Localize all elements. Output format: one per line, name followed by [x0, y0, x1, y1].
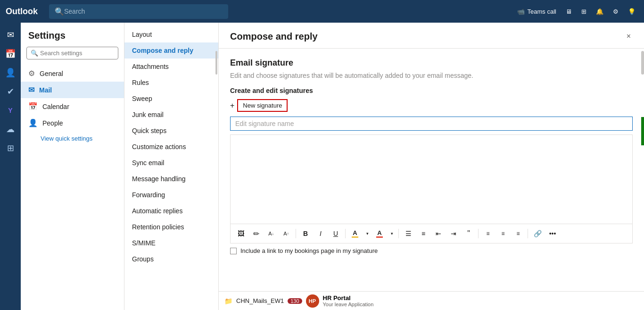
search-icon: 🔍 [55, 7, 64, 16]
nav-tasks[interactable]: ✔ [2, 83, 19, 100]
menu-item-smime[interactable]: S/MIME [124, 235, 218, 251]
dialog-header: Compose and reply × [219, 23, 644, 49]
sender-initials: HP [309, 298, 316, 304]
align-center-btn[interactable]: ≡ [496, 227, 510, 240]
quote-btn[interactable]: " [462, 227, 475, 240]
icon-sidebar: ✉ 📅 👤 ✔ Y ☁ ⊞ [0, 23, 21, 310]
sidebar-item-people-label: People [42, 119, 63, 127]
booking-row: Include a link to my bookings page in my… [230, 247, 633, 254]
toolbar-divider-2 [345, 229, 346, 238]
signature-editor[interactable] [231, 135, 632, 220]
italic-btn[interactable]: I [314, 227, 327, 240]
grid-icon: ⊞ [581, 8, 586, 15]
menu-item-forwarding[interactable]: Forwarding [124, 187, 218, 203]
people-icon: 👤 [28, 118, 38, 127]
menu-item-quicksteps[interactable]: Quick steps [124, 123, 218, 139]
search-input[interactable] [64, 8, 223, 15]
search-icon: 🔍 [31, 50, 38, 57]
font-size-down-btn[interactable]: A↓ [264, 227, 278, 240]
menu-item-sync[interactable]: Sync email [124, 155, 218, 171]
tips-btn[interactable]: 💡 [625, 5, 638, 18]
sidebar-item-people[interactable]: 👤 People [21, 115, 124, 131]
highlight-color-bar [352, 236, 358, 238]
settings-search-input[interactable] [40, 50, 114, 57]
menu-item-attachments[interactable]: Attachments [124, 59, 218, 75]
signature-toolbar: 🖼 ✏ A↓ A↑ B I U A ▾ [231, 224, 632, 243]
app-logo: Outlook [6, 7, 38, 17]
highlight-pen-btn[interactable]: ✏ [249, 227, 263, 240]
numbered-list-btn[interactable]: ≡ [417, 227, 430, 240]
bulb-icon: 💡 [628, 8, 636, 15]
booking-checkbox[interactable] [230, 248, 237, 254]
font-size-up-btn[interactable]: A↑ [280, 227, 293, 240]
menu-item-retention[interactable]: Retention policies [124, 219, 218, 235]
dropdown-font-color-btn[interactable]: ▾ [388, 227, 396, 240]
dialog-title: Compose and reply [230, 31, 318, 42]
bullet-list-btn[interactable]: ☰ [402, 227, 415, 240]
sidebar-item-general-label: General [40, 70, 63, 77]
nav-onedrive[interactable]: ☁ [2, 121, 19, 138]
email-signature-title: Email signature [230, 58, 633, 68]
menu-item-groups[interactable]: Groups [124, 251, 218, 267]
nav-people[interactable]: 👤 [2, 64, 19, 81]
nav-yammer[interactable]: Y [2, 102, 19, 119]
topbar-search-container[interactable]: 🔍 [49, 4, 228, 19]
sender-avatar: HP [306, 294, 319, 308]
settings-search-container[interactable]: 🔍 [26, 47, 118, 59]
more-options-btn[interactable]: ••• [546, 227, 559, 240]
font-color-btn[interactable]: A [373, 227, 386, 240]
insert-image-btn[interactable]: 🖼 [234, 227, 248, 240]
dropdown-highlight-btn[interactable]: ▾ [363, 227, 371, 240]
bell-icon: 🔔 [596, 8, 603, 15]
sidebar-item-general[interactable]: ⚙ General [21, 65, 124, 82]
nav-calendar[interactable]: 📅 [2, 45, 19, 62]
nav-mail[interactable]: ✉ [2, 26, 19, 43]
menu-item-sweep[interactable]: Sweep [124, 91, 218, 107]
mail-icon: ✉ [28, 85, 34, 94]
new-signature-row: + New signature [230, 99, 633, 112]
font-highlight-btn[interactable]: A [348, 227, 362, 240]
increase-indent-btn[interactable]: ⇥ [447, 227, 460, 240]
font-color-label: A [377, 230, 381, 236]
settings-btn[interactable]: ⚙ [610, 5, 621, 18]
menu-item-message-handling[interactable]: Message handling [124, 171, 218, 187]
bottom-bar: 📁 CHN_Mails_EW1 130 HP HR Portal Your le… [219, 291, 644, 310]
close-button[interactable]: × [625, 30, 633, 42]
plus-icon: + [230, 101, 234, 110]
view-quick-settings-link[interactable]: View quick settings [21, 131, 124, 146]
new-signature-button[interactable]: New signature [237, 99, 288, 112]
align-left-btn[interactable]: ≡ [481, 227, 495, 240]
menu-scrollbar [215, 51, 217, 75]
menu-item-junk[interactable]: Junk email [124, 107, 218, 123]
underline-btn[interactable]: U [329, 227, 342, 240]
general-icon: ⚙ [28, 69, 35, 78]
signature-editor-container: 🖼 ✏ A↓ A↑ B I U A ▾ [230, 134, 633, 243]
menu-item-layout[interactable]: Layout [124, 26, 218, 42]
unread-badge: 130 [288, 298, 302, 304]
decrease-indent-btn[interactable]: ⇤ [432, 227, 445, 240]
nav-apps[interactable]: ⊞ [2, 140, 19, 157]
gear-icon: ⚙ [613, 8, 619, 15]
sidebar-item-mail[interactable]: ✉ Mail [21, 82, 124, 98]
sidebar-item-calendar-label: Calendar [42, 103, 69, 110]
sidebar-item-mail-label: Mail [39, 86, 52, 94]
menu-item-customize[interactable]: Customize actions [124, 139, 218, 155]
grid-btn[interactable]: ⊞ [578, 5, 589, 18]
notifications-btn[interactable]: 🔔 [593, 5, 606, 18]
topbar-icons: 📹 Teams call 🖥 ⊞ 🔔 ⚙ 💡 [514, 5, 638, 18]
toolbar-divider-1 [296, 229, 296, 238]
signature-name-input[interactable] [230, 117, 633, 131]
menu-item-auto-replies[interactable]: Automatic replies [124, 203, 218, 219]
folder-icon: 📁 [224, 297, 232, 305]
highlight-label: A [353, 230, 357, 236]
bold-btn[interactable]: B [299, 227, 312, 240]
align-right-btn[interactable]: ≡ [512, 227, 525, 240]
main-panel: Compose and reply × Email signature Edit… [219, 23, 644, 310]
dialog-scrollbar [641, 51, 644, 75]
video-call-btn[interactable]: 📹 Teams call [514, 5, 559, 18]
insert-link-btn[interactable]: 🔗 [531, 227, 544, 240]
menu-item-rules[interactable]: Rules [124, 75, 218, 91]
sidebar-item-calendar[interactable]: 📅 Calendar [21, 98, 124, 115]
menu-item-compose-reply[interactable]: Compose and reply [124, 42, 218, 59]
share-screen-btn[interactable]: 🖥 [563, 5, 575, 18]
